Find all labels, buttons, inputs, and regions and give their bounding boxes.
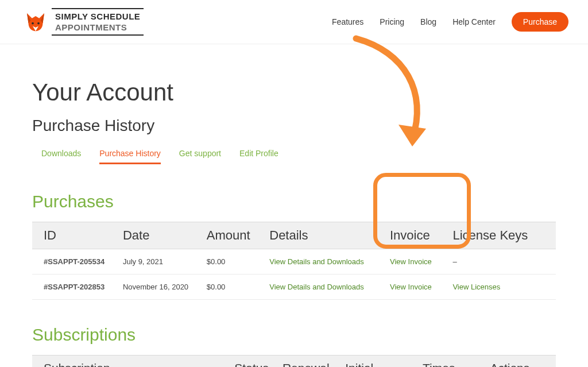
th-details: Details	[262, 222, 383, 249]
table-row: #SSAPPT-205534 July 9, 2021 $0.00 View D…	[32, 249, 556, 275]
page-title: Your Account	[32, 79, 556, 106]
th-date: Date	[116, 222, 200, 249]
table-row: #SSAPPT-202853 November 16, 2020 $0.00 V…	[32, 275, 556, 300]
account-subnav: Downloads Purchase History Get support E…	[32, 149, 556, 164]
link-view-details[interactable]: View Details and Downloads	[269, 283, 364, 291]
purchases-table: ID Date Amount Details Invoice License K…	[32, 222, 556, 300]
nav-pricing[interactable]: Pricing	[380, 17, 404, 26]
cell-license: –	[446, 249, 556, 275]
nav-features[interactable]: Features	[332, 17, 363, 26]
th-license: License Keys	[446, 222, 556, 249]
logo-text: SIMPLY SCHEDULE APPOINTMENTS	[52, 8, 144, 36]
cell-id: #SSAPPT-202853	[32, 275, 116, 300]
logo-line2: APPOINTMENTS	[55, 22, 140, 32]
subscriptions-table: Subscription Status Renewal Initial Time…	[32, 355, 556, 367]
subnav-edit-profile[interactable]: Edit Profile	[239, 149, 278, 164]
logo[interactable]: SIMPLY SCHEDULE APPOINTMENTS	[24, 8, 144, 36]
subscriptions-title: Subscriptions	[32, 325, 556, 345]
th-subscription: Subscription	[32, 356, 227, 368]
subnav-get-support[interactable]: Get support	[179, 149, 221, 164]
th-initial: Initial	[338, 356, 416, 368]
cell-amount: $0.00	[200, 275, 262, 300]
link-view-invoice[interactable]: View Invoice	[390, 283, 432, 291]
th-invoice: Invoice	[383, 222, 446, 249]
purchases-title: Purchases	[32, 192, 556, 211]
subnav-downloads[interactable]: Downloads	[41, 149, 81, 164]
th-times: Times	[416, 356, 483, 368]
th-renewal: Renewal	[276, 356, 338, 368]
svg-point-0	[32, 22, 34, 25]
th-status: Status	[227, 356, 276, 368]
nav-help-center[interactable]: Help Center	[452, 17, 496, 26]
site-header: SIMPLY SCHEDULE APPOINTMENTS Features Pr…	[0, 0, 588, 44]
cell-id: #SSAPPT-205534	[32, 249, 116, 275]
cell-amount: $0.00	[200, 249, 262, 275]
link-view-licenses[interactable]: View Licenses	[452, 283, 500, 291]
th-amount: Amount	[200, 222, 262, 249]
page-subtitle: Purchase History	[32, 117, 556, 135]
subnav-purchase-history[interactable]: Purchase History	[99, 149, 161, 164]
logo-line1: SIMPLY SCHEDULE	[55, 11, 140, 21]
svg-point-1	[37, 22, 40, 25]
cell-date: November 16, 2020	[116, 275, 200, 300]
subscriptions-header-row: Subscription Status Renewal Initial Time…	[32, 356, 556, 368]
nav-blog[interactable]: Blog	[420, 17, 436, 26]
fox-icon	[24, 10, 47, 33]
nav-purchase-button[interactable]: Purchase	[512, 12, 568, 32]
link-view-details[interactable]: View Details and Downloads	[269, 257, 364, 266]
cell-date: July 9, 2021	[116, 249, 200, 275]
top-nav: Features Pricing Blog Help Center Purcha…	[332, 12, 568, 32]
th-id: ID	[32, 222, 116, 249]
link-view-invoice[interactable]: View Invoice	[390, 257, 432, 266]
purchases-header-row: ID Date Amount Details Invoice License K…	[32, 222, 556, 249]
main-content: Your Account Purchase History Downloads …	[0, 44, 588, 367]
th-actions: Actions	[483, 356, 556, 368]
